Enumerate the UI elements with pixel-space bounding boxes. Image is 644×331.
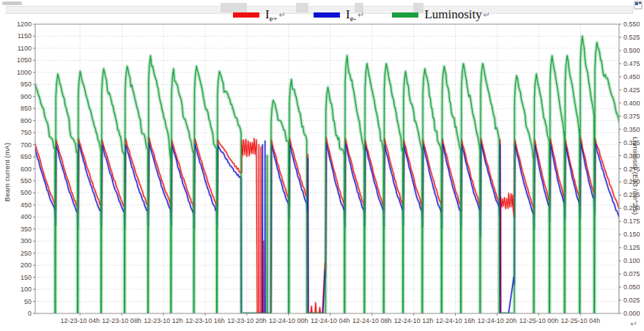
svg-text:0.525: 0.525 [623,34,640,41]
svg-text:750: 750 [21,129,32,136]
svg-text:950: 950 [21,81,32,88]
svg-text:1100: 1100 [18,45,32,52]
legend-label-e-plus: Ie+ [265,7,278,26]
svg-text:0.125: 0.125 [623,244,640,251]
legend-swatch-luminosity [392,12,418,18]
svg-text:600: 600 [21,166,32,173]
svg-text:0.550: 0.550 [623,21,640,28]
svg-text:1200: 1200 [17,21,32,28]
svg-text:400: 400 [21,213,32,220]
legend-swatch-e-plus [233,12,259,18]
return-mark-icon: ↵ [484,10,490,20]
svg-text:12-25-10 04h: 12-25-10 04h [561,317,601,324]
svg-text:1050: 1050 [17,56,32,64]
svg-text:900: 900 [21,93,32,100]
svg-text:450: 450 [21,201,32,209]
svg-text:0.450: 0.450 [623,73,640,81]
return-mark-icon: ↵ [358,10,364,20]
svg-text:800: 800 [21,117,32,124]
chart-canvas: 0501001502002503003504004505005506006507… [0,0,644,331]
y-axis-title-right: Luminosity (E33 /cm^2/s) [631,117,640,234]
svg-text:0.050: 0.050 [623,283,640,291]
svg-text:0.025: 0.025 [623,297,640,304]
svg-text:500: 500 [21,189,32,196]
return-mark-icon: ↵ [279,10,286,20]
svg-text:700: 700 [21,141,32,149]
svg-text:650: 650 [21,153,32,160]
svg-text:0.100: 0.100 [623,257,640,264]
svg-text:100: 100 [21,286,32,293]
svg-text:12-24-10 04h: 12-24-10 04h [311,317,350,324]
svg-text:50: 50 [24,298,32,305]
svg-text:350: 350 [21,226,32,233]
svg-text:0.475: 0.475 [623,60,640,67]
legend-swatch-e-minus [314,12,340,18]
svg-text:12-24-10 00h: 12-24-10 00h [269,317,308,324]
svg-text:1000: 1000 [17,69,32,76]
svg-text:0: 0 [28,310,32,317]
svg-text:850: 850 [21,105,32,112]
paragraph-return-icon: ↵ [630,319,637,329]
svg-text:12-24-10 12h: 12-24-10 12h [394,317,434,324]
svg-text:12-24-10 20h: 12-24-10 20h [478,317,517,324]
svg-text:0.500: 0.500 [623,47,640,54]
svg-text:200: 200 [21,261,32,269]
legend-item-e-minus: Ie- ↵ [314,7,364,26]
legend-item-luminosity: Luminosity ↵ [392,7,490,26]
svg-text:12-25-10 00h: 12-25-10 00h [519,317,559,324]
svg-text:1150: 1150 [18,32,32,40]
legend-label-luminosity: Luminosity [424,7,481,26]
svg-text:12-23-10 16h: 12-23-10 16h [185,317,225,324]
svg-text:12-23-10 20h: 12-23-10 20h [227,317,267,324]
svg-text:12-23-10 04h: 12-23-10 04h [60,317,100,324]
svg-text:150: 150 [21,274,32,281]
svg-text:12-24-10 08h: 12-24-10 08h [352,317,392,324]
svg-text:12-23-10 12h: 12-23-10 12h [144,317,183,324]
legend-item-e-plus: Ie+ ↵ [233,7,286,26]
svg-text:250: 250 [21,250,32,257]
y-axis-title-left: Beam current (mA) [3,114,12,231]
svg-text:300: 300 [21,237,32,245]
svg-text:0.400: 0.400 [623,100,640,107]
svg-text:12-23-10 08h: 12-23-10 08h [102,317,141,324]
svg-text:0.000: 0.000 [623,310,640,317]
svg-text:0.425: 0.425 [623,86,640,94]
svg-text:550: 550 [21,177,32,185]
svg-text:0.075: 0.075 [623,270,640,278]
svg-text:12-24-10 16h: 12-24-10 16h [436,317,475,324]
document-page: 0501001502002503003504004505005506006507… [0,0,644,331]
legend-label-e-minus: Ie- [346,7,356,26]
chart-legend: Ie+ ↵ Ie- ↵ Luminosity ↵ [233,7,490,26]
